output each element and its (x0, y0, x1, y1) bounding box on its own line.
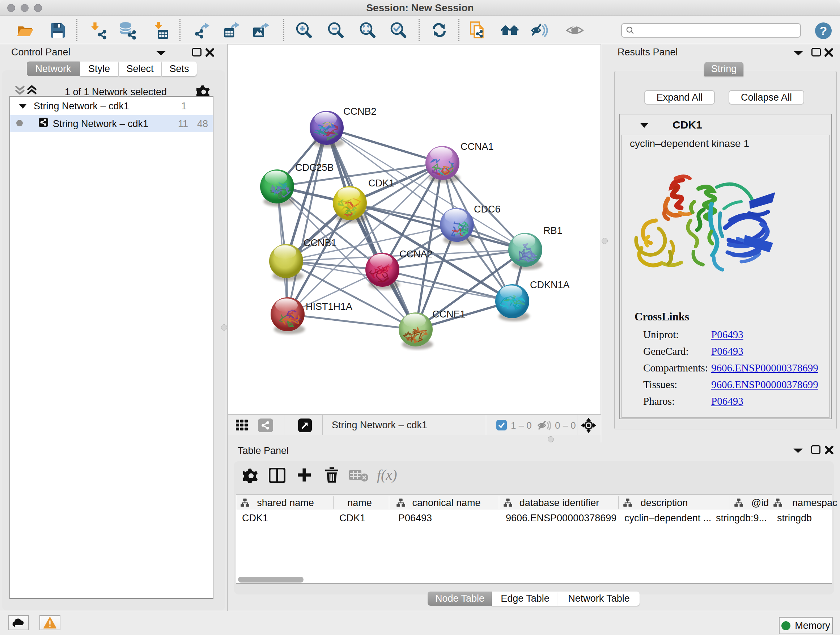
svg-text:CCNB2: CCNB2 (343, 106, 377, 117)
svg-text:CCNA1: CCNA1 (461, 141, 494, 152)
svg-text:RB1: RB1 (543, 225, 562, 236)
svg-text:CCNA2: CCNA2 (399, 249, 433, 260)
svg-text:CDC25B: CDC25B (295, 162, 334, 173)
svg-text:CDC6: CDC6 (474, 204, 501, 215)
svg-text:CDK1: CDK1 (368, 178, 394, 188)
svg-text:CCNE1: CCNE1 (432, 309, 466, 320)
svg-text:CDKN1A: CDKN1A (530, 279, 570, 290)
svg-text:HIST1H1A: HIST1H1A (306, 301, 352, 312)
svg-text:CCNB1: CCNB1 (303, 238, 337, 249)
